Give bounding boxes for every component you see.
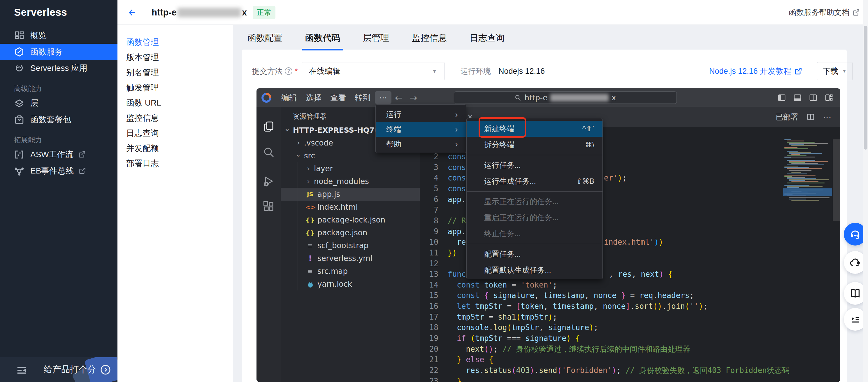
menu-item-运行任务...[interactable]: 运行任务...: [467, 157, 602, 173]
back-button[interactable]: [125, 0, 138, 25]
code-text-fragment: er');: [604, 173, 627, 183]
minimap-line: [792, 200, 819, 201]
ide-menu-more[interactable]: ⋯: [375, 91, 392, 104]
line-number: 23: [423, 376, 438, 382]
subnav-item-并发配额[interactable]: 并发配额: [118, 141, 233, 156]
explorer-icon[interactable]: [256, 117, 281, 136]
function-hexagon-icon: [14, 47, 25, 57]
line-number: 19: [423, 333, 438, 344]
function-title: http-e x 正常: [152, 0, 275, 25]
subnav-item-别名管理[interactable]: 别名管理: [118, 65, 233, 80]
sidebar-item-层[interactable]: 层: [0, 95, 118, 111]
minimap-line: [789, 143, 828, 144]
line-number: 8: [423, 215, 438, 226]
subnav-item-监控信息[interactable]: 监控信息: [118, 111, 233, 126]
run-debug-icon[interactable]: [256, 172, 281, 191]
subnav-item-函数 URL[interactable]: 函数 URL: [118, 95, 233, 111]
tree-item-label: node_modules: [314, 177, 369, 186]
grid-icon: [14, 30, 25, 41]
menu-item-运行生成任务...[interactable]: 运行生成任务...⇧⌘B: [467, 173, 602, 189]
menu-item-配置默认生成任务...[interactable]: 配置默认生成任务...: [467, 262, 602, 278]
tree-item-serverless.yml[interactable]: !serverless.yml: [281, 252, 420, 265]
subnav-item-部署日志[interactable]: 部署日志: [118, 156, 233, 171]
toggle-panel-icon[interactable]: [793, 93, 802, 102]
code-text: next(); // 身份校验通过，继续执行后续的中间件和路由处理器: [448, 345, 690, 353]
page-scrollbar-thumb[interactable]: [864, 26, 867, 150]
minimap-line: [789, 152, 811, 153]
tab-层管理[interactable]: 层管理: [360, 30, 392, 51]
tree-item-label: .vscode: [304, 139, 333, 147]
menu-item-终端[interactable]: 终端›: [376, 122, 466, 137]
minimap-line: [787, 168, 822, 169]
customize-layout-icon[interactable]: [825, 93, 833, 102]
ide-menu-编辑[interactable]: 编辑: [277, 91, 301, 105]
menu-item-显示正在运行的任务...[interactable]: 显示正在运行的任务...: [467, 194, 602, 210]
tree-item-scf_bootstrap[interactable]: ≡scf_bootstrap: [281, 239, 420, 252]
split-editor-icon[interactable]: [809, 93, 817, 102]
subnav-item-日志查询[interactable]: 日志查询: [118, 126, 233, 141]
subnav-item-触发管理[interactable]: 触发管理: [118, 80, 233, 95]
help-doc-link[interactable]: 函数服务帮助文档: [789, 0, 860, 25]
code-line-20: 20next(); // 身份校验通过，继续执行后续的中间件和路由处理器: [420, 344, 840, 355]
ide-menu-选择[interactable]: 选择: [301, 91, 326, 105]
sidebar-item-函数套餐包[interactable]: 函数套餐包: [0, 111, 118, 128]
download-button[interactable]: 下载 ▼: [817, 62, 852, 80]
collapse-sidebar-icon[interactable]: [16, 365, 27, 375]
help-question-icon[interactable]: ?: [285, 67, 292, 75]
page-scrollbar[interactable]: [863, 0, 868, 382]
sidebar-item-概览[interactable]: 概览: [0, 27, 118, 44]
menu-item-配置任务...[interactable]: 配置任务...: [467, 246, 602, 262]
tutorial-link[interactable]: Node.js 12.16 开发教程: [709, 62, 802, 81]
search-icon[interactable]: [256, 143, 281, 161]
sidebar-item-EB事件总线[interactable]: EB事件总线: [0, 163, 118, 179]
menu-item-label: 拆分终端: [484, 140, 515, 150]
indent-guide: [298, 162, 298, 290]
line-number: 9: [423, 226, 438, 237]
search-text-redacted: [550, 94, 609, 101]
split-editor-icon[interactable]: [806, 113, 815, 121]
ide-search-box[interactable]: http-e x: [454, 91, 677, 104]
tree-item-package.json[interactable]: {}package.json: [281, 226, 420, 239]
sidebar-item-函数服务[interactable]: 函数服务: [0, 44, 118, 60]
tree-item-src.map[interactable]: ≡src.map: [281, 265, 420, 277]
tab-监控信息[interactable]: 监控信息: [409, 30, 450, 51]
submit-method-select[interactable]: 在线编辑 ▼: [302, 62, 444, 80]
ide-menu-转到[interactable]: 转到: [350, 91, 375, 105]
menu-item-帮助[interactable]: 帮助›: [376, 137, 466, 152]
minimap-line: [787, 151, 798, 152]
ide-menu-查看[interactable]: 查看: [326, 91, 350, 105]
tree-item-app.js[interactable]: JSapp.js: [281, 188, 420, 201]
minimap-line: [789, 180, 805, 181]
sidebar-section-header: 高级能力: [14, 84, 118, 92]
tree-item-yarn.lock[interactable]: yarn.lock: [281, 277, 420, 290]
subnav-item-版本管理[interactable]: 版本管理: [118, 50, 233, 65]
tab-函数代码[interactable]: 函数代码: [302, 30, 343, 51]
tree-item-package-lock.json[interactable]: {}package-lock.json: [281, 213, 420, 226]
menu-item-重启正在运行的任务...[interactable]: 重启正在运行的任务...: [467, 210, 602, 226]
subnav-item-函数管理[interactable]: 函数管理: [118, 35, 233, 50]
extensions-icon[interactable]: [256, 197, 281, 216]
tree-item-node_modules[interactable]: ›node_modules: [281, 175, 420, 188]
code-line-19: 19if (tmpStr === signature) {: [420, 333, 840, 344]
tab-函数配置[interactable]: 函数配置: [245, 30, 285, 51]
menu-item-终止任务...[interactable]: 终止任务...: [467, 226, 602, 242]
sidebar-item-ASW工作流[interactable]: ASW工作流: [0, 146, 118, 163]
editor-scrollbar[interactable]: [833, 139, 840, 221]
nav-forward-icon[interactable]: →: [409, 92, 417, 103]
menu-item-拆分终端[interactable]: 拆分终端⌘\: [467, 137, 602, 153]
tab-日志查询[interactable]: 日志查询: [467, 30, 507, 51]
menu-item-运行[interactable]: 运行›: [376, 107, 466, 122]
rate-product-button[interactable]: 给产品打个分: [44, 357, 111, 382]
menu-item-新建终端[interactable]: 新建终端^⇧`: [467, 121, 602, 137]
sidebar-item-Serverless 应用[interactable]: Serverless 应用: [0, 60, 118, 77]
toggle-sidebar-icon[interactable]: [777, 93, 786, 102]
more-actions-icon[interactable]: ⋯: [823, 112, 832, 122]
tree-item-layer[interactable]: ›layer: [281, 162, 420, 175]
minimap-line: [784, 157, 792, 158]
brand-logo: Serverless: [14, 6, 67, 18]
line-number: 14: [423, 280, 438, 290]
minimap-line: [787, 178, 816, 179]
tree-item-index.html[interactable]: <>index.html: [281, 201, 420, 213]
minimap-line: [787, 177, 805, 178]
nav-back-icon[interactable]: ←: [395, 92, 403, 103]
